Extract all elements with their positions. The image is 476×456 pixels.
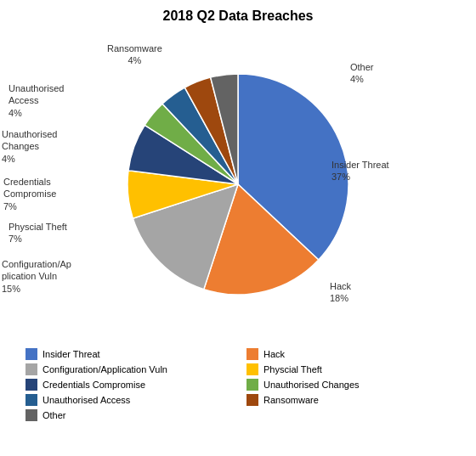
legend-label: Configuration/Application Vuln bbox=[42, 364, 167, 374]
legend-color-box bbox=[246, 394, 258, 406]
legend-color-box bbox=[246, 363, 258, 375]
legend-color-box bbox=[26, 379, 37, 391]
label-unauth-changes: UnauthorisedChanges4% bbox=[2, 128, 57, 165]
legend-color-box bbox=[26, 394, 37, 406]
legend-label: Insider Threat bbox=[42, 349, 100, 359]
label-insider-threat: Insider Threat37% bbox=[332, 159, 389, 183]
chart-title: 2018 Q2 Data Breaches bbox=[163, 8, 314, 24]
label-config-vuln: Configuration/Application Vuln15% bbox=[2, 258, 71, 295]
legend-color-box bbox=[26, 409, 37, 421]
label-other: Other4% bbox=[350, 61, 374, 86]
legend-label: Credentials Compromise bbox=[42, 380, 145, 390]
legend-item: Unauthorised Access bbox=[26, 394, 230, 406]
legend-item: Physcial Theft bbox=[246, 363, 450, 375]
legend-label: Physcial Theft bbox=[264, 364, 322, 374]
legend-item: Hack bbox=[246, 348, 450, 360]
legend-label: Hack bbox=[264, 349, 285, 359]
legend-label: Other bbox=[42, 410, 66, 420]
legend-item: Credentials Compromise bbox=[26, 379, 230, 391]
legend-color-box bbox=[246, 379, 258, 391]
legend: Insider ThreatHackConfiguration/Applicat… bbox=[0, 341, 476, 428]
pie-chart bbox=[110, 57, 366, 312]
legend-item: Ransomware bbox=[246, 394, 450, 406]
legend-item: Other bbox=[26, 409, 230, 421]
label-credentials: CredentialsCompromise7% bbox=[3, 176, 56, 212]
label-ransomware: Ransomware4% bbox=[107, 42, 162, 67]
label-unauth-access: UnauthorisedAccess4% bbox=[8, 82, 64, 119]
legend-color-box bbox=[26, 363, 37, 375]
legend-item: Unauthorised Changes bbox=[246, 379, 450, 391]
legend-color-box bbox=[26, 348, 37, 360]
chart-area: Insider Threat37% Hack18% Configuration/… bbox=[0, 27, 476, 341]
legend-color-box bbox=[246, 348, 258, 360]
legend-item: Insider Threat bbox=[26, 348, 230, 360]
legend-label: Ransomware bbox=[264, 395, 319, 405]
label-physical-theft: Physcial Theft7% bbox=[8, 221, 67, 245]
legend-label: Unauthorised Access bbox=[42, 395, 130, 405]
legend-label: Unauthorised Changes bbox=[264, 380, 360, 390]
label-hack: Hack18% bbox=[330, 280, 351, 305]
main-container: 2018 Q2 Data Breaches Insider Threat37% … bbox=[0, 0, 476, 456]
legend-item: Configuration/Application Vuln bbox=[26, 363, 230, 375]
